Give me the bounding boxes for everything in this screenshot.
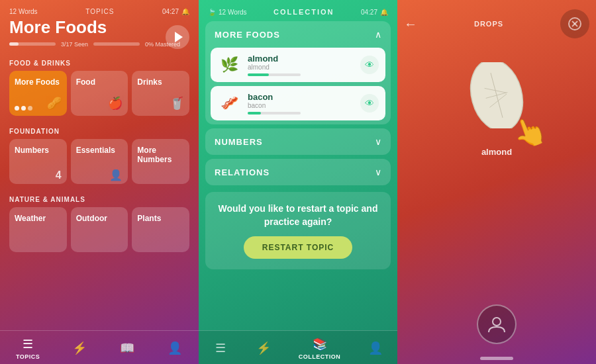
card-outdoor[interactable]: Outdoor — [71, 207, 128, 252]
left-title: More Foods — [9, 18, 189, 37]
relations-header[interactable]: RELATIONS ∨ — [205, 159, 391, 185]
dot2 — [21, 106, 26, 111]
more-foods-title: MORE FOODS — [215, 30, 280, 40]
play-button[interactable] — [166, 25, 189, 49]
numbers-title: NUMBERS — [215, 137, 263, 147]
section-foundation: FOUNDATION — [0, 121, 199, 139]
numbers-header[interactable]: NUMBERS ∨ — [205, 128, 391, 155]
mid-collection-nav-label: COLLECTION — [299, 353, 341, 360]
card-plants[interactable]: Plants — [132, 207, 189, 252]
book-icon: 📖 — [119, 340, 135, 356]
drops-icon[interactable] — [560, 9, 589, 38]
left-words-label: 12 Words — [9, 8, 38, 15]
almond-name: almond — [248, 54, 354, 64]
mid-nav-list[interactable]: ☰ — [213, 340, 228, 356]
fitness-icon: ⚡ — [72, 340, 87, 356]
progress-bar-mastered — [93, 42, 140, 46]
mid-timer-icon: 🔔 — [380, 9, 388, 16]
svg-point-8 — [493, 318, 501, 326]
home-bar — [480, 357, 513, 360]
nav-topics[interactable]: ☰ TOPICS — [16, 336, 40, 360]
mid-header: 🍃 12 Words COLLECTION 04:27 🔔 — [199, 0, 397, 21]
bacon-icon: 🥓 — [217, 91, 241, 115]
mid-nav-collection[interactable]: 📚 COLLECTION — [299, 336, 341, 360]
progress-fill-seen — [9, 42, 19, 46]
card-weather[interactable]: Weather — [9, 207, 67, 252]
card-plants-title: Plants — [137, 214, 184, 223]
card-drinks[interactable]: Drinks 🥤 — [132, 71, 189, 116]
bacon-item: 🥓 bacon bacon 👁 — [211, 86, 385, 120]
mid-leaf-icon: 🍃 — [208, 9, 216, 16]
card-more-numbers[interactable]: More Numbers — [132, 139, 189, 184]
essentials-icon: 👤 — [109, 169, 123, 181]
almond-text: almond almond — [248, 54, 354, 76]
almond-sub: almond — [248, 64, 354, 71]
bacon-text: bacon bacon — [248, 92, 354, 114]
bacon-fill — [248, 112, 261, 114]
middle-panel: 🍃 12 Words COLLECTION 04:27 🔔 MORE FOODS… — [199, 0, 397, 364]
mid-collection-icon: 📚 — [312, 336, 328, 352]
person-icon: 👤 — [167, 340, 183, 356]
almond-word-label: almond — [481, 147, 512, 157]
nav-book[interactable]: 📖 — [119, 340, 135, 356]
section-nature: NATURE & ANIMALS — [0, 189, 199, 207]
mid-nav-person[interactable]: 👤 — [368, 340, 383, 356]
bacon-sub: bacon — [248, 102, 354, 109]
card-more-numbers-title: More Numbers — [137, 146, 184, 164]
bacon-eye[interactable]: 👁 — [360, 94, 379, 113]
restart-button[interactable]: RESTART TOPIC — [244, 236, 353, 259]
card-more-foods-title: More Foods — [15, 77, 62, 87]
left-panel: 12 Words TOPICS 04:27 🔔 More Foods 3/17 … — [0, 0, 199, 364]
left-topics-nav-label: TOPICS — [85, 8, 114, 15]
avatar-icon[interactable] — [477, 304, 517, 344]
card-food[interactable]: Food 🍎 — [71, 71, 128, 116]
dot1 — [15, 106, 19, 111]
dot3 — [28, 106, 32, 111]
card-numbers[interactable]: Numbers 4 — [9, 139, 67, 184]
topics-icon: ☰ — [20, 336, 36, 352]
almond-item: 🌿 almond almond 👁 — [211, 48, 385, 82]
left-bottom-nav: ☰ TOPICS ⚡ 📖 👤 — [0, 330, 199, 364]
relations-chevron: ∨ — [375, 167, 381, 177]
card-food-title: Food — [76, 77, 123, 87]
food-drinks-grid: More Foods 🥜 Food 🍎 Drinks 🥤 — [0, 71, 199, 121]
mid-timer: 04:27 🔔 — [361, 9, 388, 16]
mid-bottom-nav: ☰ ⚡ 📚 COLLECTION 👤 — [199, 330, 397, 364]
mid-nav-fitness[interactable]: ⚡ — [256, 340, 272, 356]
card-weather-title: Weather — [15, 214, 62, 223]
numbers-chevron: ∨ — [375, 136, 381, 147]
nav-person-left[interactable]: 👤 — [167, 340, 183, 356]
bacon-name: bacon — [248, 92, 354, 102]
more-foods-header[interactable]: MORE FOODS ∧ — [205, 21, 391, 48]
nav-fitness[interactable]: ⚡ — [72, 340, 87, 356]
card-outdoor-title: Outdoor — [76, 214, 123, 223]
card-more-foods[interactable]: More Foods 🥜 — [9, 71, 67, 116]
card-more-foods-bar — [15, 106, 32, 111]
numbers-section: NUMBERS ∨ — [205, 128, 391, 155]
bacon-bar — [248, 112, 301, 114]
almond-bar — [248, 73, 301, 76]
almond-eye[interactable]: 👁 — [360, 56, 379, 74]
more-foods-section: MORE FOODS ∧ 🌿 almond almond 👁 🥓 bacon b… — [205, 21, 391, 124]
mid-person-icon: 👤 — [368, 340, 383, 356]
back-button[interactable]: ← — [404, 17, 417, 32]
right-panel: ← DROPS 👆 almond — [397, 0, 596, 364]
mid-collection-label: COLLECTION — [273, 8, 334, 16]
left-header-top: 12 Words TOPICS 04:27 🔔 — [9, 8, 189, 15]
card-essentials[interactable]: Essentials 👤 — [71, 139, 128, 184]
restart-question: Would you like to restart a topic and pr… — [215, 203, 381, 228]
numbers-icon: 4 — [56, 169, 62, 181]
mid-list-icon: ☰ — [213, 340, 228, 356]
right-header: ← DROPS — [404, 9, 589, 38]
almond-icon: 🌿 — [217, 53, 241, 77]
nav-topics-label: TOPICS — [16, 353, 40, 360]
drinks-icon: 🥤 — [170, 96, 184, 111]
timer-icon: 🔔 — [181, 8, 189, 15]
left-progress-row: 3/17 Seen 0% Mastered — [9, 41, 189, 48]
section-food-drinks: FOOD & DRINKS — [0, 53, 199, 71]
almond-illustration: 👆 — [454, 62, 540, 142]
more-foods-chevron: ∧ — [375, 29, 381, 40]
left-header: 12 Words TOPICS 04:27 🔔 More Foods 3/17 … — [0, 0, 199, 53]
almond-fill — [248, 73, 269, 76]
food2-icon: 🍎 — [108, 96, 123, 111]
